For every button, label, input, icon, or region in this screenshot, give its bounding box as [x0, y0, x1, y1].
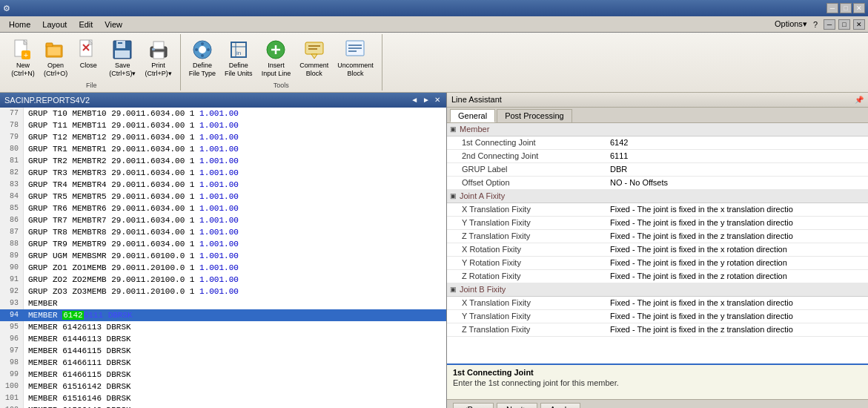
- line-number: 91: [0, 274, 24, 286]
- blue-value: 1.001.00: [199, 228, 239, 237]
- property-row[interactable]: Offset OptionNO - No Offsets: [447, 177, 868, 190]
- code-line-100[interactable]: 100MEMBER 61516142 DBRSK: [0, 381, 446, 392]
- svg-rect-17: [153, 52, 164, 59]
- property-row[interactable]: Y Translation FixityFixed - The joint is…: [447, 310, 868, 323]
- property-value: Fixed - The joint is fixed in the z tran…: [610, 231, 868, 240]
- apply-button[interactable]: Apply: [540, 403, 580, 408]
- menu-layout[interactable]: Layout: [36, 19, 73, 30]
- property-label: X Rotation Fixity: [447, 245, 610, 254]
- close-icon: [76, 38, 100, 62]
- property-row[interactable]: 2nd Connecting Joint6111: [447, 150, 868, 163]
- code-line-88[interactable]: 88GRUP TR9 MEMBTR9 29.0011.6034.00 1 1.0…: [0, 238, 446, 250]
- close-button-ribbon[interactable]: Close: [73, 36, 104, 72]
- property-row[interactable]: X Translation FixityFixed - The joint is…: [447, 203, 868, 217]
- code-line-92[interactable]: 92GRUP ZO3 ZO3MEMB 29.0011.20100.0 1 1.0…: [0, 286, 446, 297]
- property-row[interactable]: Z Rotation FixityFixed - The joint is fi…: [447, 270, 868, 283]
- property-value: Fixed - The joint is fixed in the y rota…: [610, 258, 868, 267]
- code-line-81[interactable]: 81GRUP TR2 MEMBTR2 29.0011.6034.00 1 1.0…: [0, 155, 446, 167]
- editor-right-arrow[interactable]: ►: [421, 96, 431, 104]
- open-button[interactable]: Open(Ctrl+O): [40, 36, 71, 80]
- code-line-86[interactable]: 86GRUP TR7 MEMBTR7 29.0011.6034.00 1 1.0…: [0, 214, 446, 226]
- maximize-button[interactable]: □: [840, 3, 852, 13]
- property-label: Offset Option: [447, 178, 610, 187]
- editor-left-arrow[interactable]: ◄: [409, 96, 420, 104]
- property-label: X Translation Fixity: [447, 298, 610, 307]
- tab-general[interactable]: General: [450, 109, 495, 122]
- code-line-93[interactable]: 93MEMBER: [0, 297, 446, 309]
- close-button[interactable]: ✕: [853, 3, 865, 13]
- uncomment-block-icon: [343, 38, 367, 62]
- code-line-101[interactable]: 101MEMBER 61516146 DBRSK: [0, 392, 446, 404]
- code-line-97[interactable]: 97MEMBER 61446115 DBRSK: [0, 345, 446, 357]
- section-collapse-icon: ▣: [450, 125, 457, 133]
- title-bar: ⚙ ─ □ ✕: [0, 0, 868, 16]
- property-row[interactable]: Y Translation FixityFixed - The joint is…: [447, 217, 868, 230]
- pin-icon[interactable]: 📌: [855, 96, 864, 104]
- property-row[interactable]: 1st Connecting Joint6142: [447, 136, 868, 150]
- info-title: 1st Connecting Joint: [453, 368, 862, 377]
- svg-rect-6: [47, 47, 61, 56]
- minimize-button[interactable]: ─: [826, 3, 838, 13]
- code-line-94[interactable]: 94MEMBER 61426111 DBRSK: [0, 309, 446, 321]
- editor-content[interactable]: 77GRUP T10 MEMBT10 29.0011.6034.00 1 1.0…: [0, 108, 446, 408]
- section-label: Joint A Fixity: [460, 191, 505, 200]
- options-menu[interactable]: Options▾: [775, 19, 807, 29]
- save-button[interactable]: Save(Ctrl+S)▾: [105, 36, 139, 80]
- property-row[interactable]: X Rotation FixityFixed - The joint is fi…: [447, 243, 868, 257]
- tab-post-processing[interactable]: Post Processing: [497, 109, 572, 122]
- define-file-units-button[interactable]: in DefineFile Units: [221, 36, 256, 80]
- section-header-joint-a-fixity[interactable]: ▣Joint A Fixity: [447, 190, 868, 203]
- code-line-79[interactable]: 79GRUP T12 MEMBT12 29.0011.6034.00 1 1.0…: [0, 131, 446, 143]
- code-line-87[interactable]: 87GRUP TR8 MEMBTR8 29.0011.6034.00 1 1.0…: [0, 226, 446, 238]
- line-number: 85: [0, 203, 24, 214]
- uncomment-block-button[interactable]: UncommentBlock: [334, 36, 377, 80]
- code-line-98[interactable]: 98MEMBER 61466111 DBRSK: [0, 357, 446, 369]
- code-line-84[interactable]: 84GRUP TR5 MEMBTR5 29.0011.6034.00 1 1.0…: [0, 191, 446, 203]
- property-label: Z Rotation Fixity: [447, 272, 610, 280]
- help-button[interactable]: ?: [810, 20, 821, 29]
- code-line-91[interactable]: 91GRUP ZO2 ZO2MEMB 29.0011.20100.0 1 1.0…: [0, 274, 446, 286]
- line-number: 96: [0, 333, 24, 345]
- menu-home[interactable]: Home: [3, 19, 36, 30]
- code-line-102[interactable]: 102MEMBER 61526142 DBRSK: [0, 404, 446, 408]
- insert-input-line-button[interactable]: InsertInput Line: [258, 36, 295, 80]
- line-content: MEMBER 61516142 DBRSK: [24, 382, 446, 391]
- property-row[interactable]: Y Rotation FixityFixed - The joint is fi…: [447, 257, 868, 270]
- code-line-99[interactable]: 99MEMBER 61466115 DBRSK: [0, 369, 446, 381]
- new-button[interactable]: + New(Ctrl+N): [7, 36, 39, 80]
- editor-close[interactable]: ✕: [433, 96, 442, 104]
- line-number: 99: [0, 369, 24, 381]
- print-button[interactable]: Print(Ctrl+P)▾: [142, 36, 176, 80]
- code-line-90[interactable]: 90GRUP ZO1 ZO1MEMB 29.0011.20100.0 1 1.0…: [0, 262, 446, 274]
- blue-value: 1.001.00: [199, 204, 239, 213]
- property-row[interactable]: Z Translation FixityFixed - The joint is…: [447, 230, 868, 243]
- prev-button[interactable]: <Prev: [453, 403, 494, 408]
- new-label: New(Ctrl+N): [11, 62, 35, 78]
- property-label: Y Translation Fixity: [447, 312, 610, 320]
- code-line-77[interactable]: 77GRUP T10 MEMBT10 29.0011.6034.00 1 1.0…: [0, 108, 446, 119]
- open-icon: [44, 38, 67, 62]
- menu-minimize[interactable]: ─: [824, 19, 835, 30]
- comment-block-button[interactable]: CommentBlock: [296, 36, 332, 80]
- menu-close[interactable]: ✕: [853, 19, 865, 30]
- code-line-89[interactable]: 89GRUP UGM MEMBSMR 29.0011.60100.0 1 1.0…: [0, 250, 446, 262]
- section-header-member[interactable]: ▣Member: [447, 123, 868, 136]
- code-line-80[interactable]: 80GRUP TR1 MEMBTR1 29.0011.6034.00 1 1.0…: [0, 143, 446, 155]
- next-button[interactable]: Next>: [497, 403, 537, 408]
- property-row[interactable]: X Translation FixityFixed - The joint is…: [447, 297, 868, 310]
- menu-edit[interactable]: Edit: [73, 19, 99, 30]
- property-row[interactable]: GRUP LabelDBR: [447, 163, 868, 177]
- svg-text:+: +: [24, 50, 28, 59]
- section-header-joint-b-fixity[interactable]: ▣Joint B Fixity: [447, 283, 868, 297]
- menu-view[interactable]: View: [99, 19, 128, 30]
- editor-pane: SACINP.REPORTS4V2 ◄ ► ✕ 77GRUP T10 MEMBT…: [0, 93, 447, 408]
- code-line-95[interactable]: 95MEMBER 61426113 DBRSK: [0, 321, 446, 333]
- code-line-78[interactable]: 78GRUP T11 MEMBT11 29.0011.6034.00 1 1.0…: [0, 119, 446, 131]
- menu-maximize[interactable]: □: [838, 19, 850, 30]
- define-file-type-button[interactable]: DefineFile Type: [185, 36, 219, 80]
- code-line-83[interactable]: 83GRUP TR4 MEMBTR4 29.0011.6034.00 1 1.0…: [0, 179, 446, 191]
- property-row[interactable]: Z Translation FixityFixed - The joint is…: [447, 323, 868, 337]
- code-line-82[interactable]: 82GRUP TR3 MEMBTR3 29.0011.6034.00 1 1.0…: [0, 167, 446, 179]
- code-line-96[interactable]: 96MEMBER 61446113 DBRSK: [0, 333, 446, 345]
- code-line-85[interactable]: 85GRUP TR6 MEMBTR6 29.0011.6034.00 1 1.0…: [0, 203, 446, 214]
